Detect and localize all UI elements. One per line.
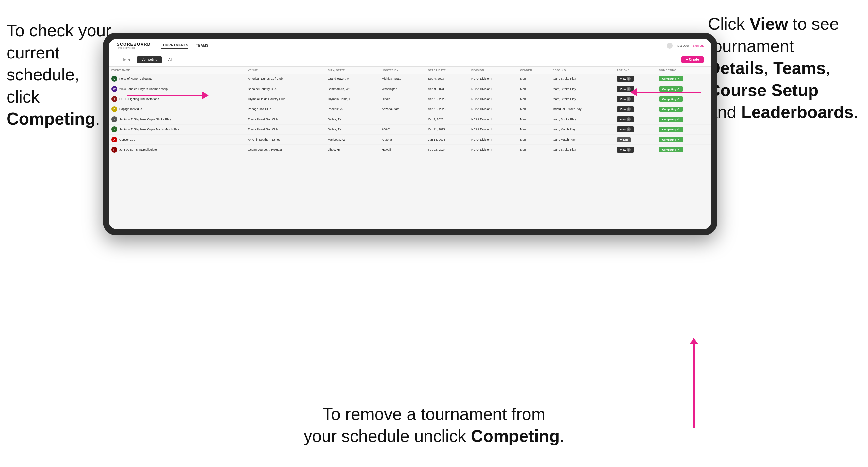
scoring-cell: team, Stroke Play — [550, 114, 614, 125]
user-label: Test User — [677, 44, 689, 48]
scoreboard-brand: SCOREBOARD Powered by clippd — [117, 42, 151, 49]
event-name: OFCC Fighting Illini Invitational — [119, 97, 160, 101]
competing-badge[interactable]: Competing — [659, 127, 683, 132]
scoring-cell: team, Match Play — [550, 135, 614, 145]
competing-badge[interactable]: Competing — [659, 117, 683, 122]
event-name: John A. Burns Intercollegiate — [119, 148, 157, 151]
city-state-cell: Sammamish, WA — [325, 84, 379, 94]
venue-cell: Olympia Fields Country Club — [245, 94, 325, 104]
competing-badge[interactable]: Competing — [659, 86, 683, 92]
scoring-cell: individual, Stroke Play — [550, 104, 614, 114]
event-name: Folds of Honor Collegiate — [119, 77, 153, 81]
col-actions: ACTIONS — [614, 67, 656, 74]
table-row: J Jackson T. Stephens Cup – Stroke Play … — [109, 114, 711, 125]
view-button[interactable]: View i — [617, 116, 634, 122]
view-button[interactable]: View i — [617, 76, 634, 82]
competing-cell: Competing — [656, 135, 711, 145]
event-name-cell: J Jackson T. Stephens Cup – Men's Match … — [109, 125, 245, 135]
left-arrow-line — [127, 95, 203, 96]
col-competing: COMPETING — [656, 67, 711, 74]
tournament-table-container: EVENT NAME VENUE CITY, STATE HOSTED BY S… — [109, 67, 711, 155]
signout-link[interactable]: Sign out — [693, 44, 704, 48]
division-cell: NCAA Division I — [469, 94, 517, 104]
gender-cell: Men — [517, 94, 550, 104]
annotation-top-right: Click View to see tournament Details, Te… — [708, 13, 858, 124]
team-logo: W — [112, 86, 117, 92]
team-logo: J — [112, 116, 117, 122]
competing-badge[interactable]: Competing — [659, 96, 683, 102]
scoring-cell: team, Match Play — [550, 125, 614, 135]
city-state-cell: Dallas, TX — [325, 114, 379, 125]
start-date-cell: Jan 14, 2024 — [426, 135, 469, 145]
competing-cell: Competing — [656, 74, 711, 84]
view-button[interactable]: View i — [617, 96, 634, 102]
division-cell: NCAA Division I — [469, 114, 517, 125]
team-logo: S — [112, 76, 117, 82]
tab-competing[interactable]: Competing — [136, 56, 162, 63]
competing-badge[interactable]: Competing — [659, 76, 683, 82]
col-city-state: CITY, STATE — [325, 67, 379, 74]
edit-button[interactable]: ✏ Edit — [617, 137, 631, 142]
brand-sub: Powered by clippd — [117, 47, 151, 49]
team-logo: A — [112, 136, 117, 143]
city-state-cell: Dallas, TX — [325, 125, 379, 135]
event-name: Copper Cup — [119, 138, 135, 141]
start-date-cell: Sep 15, 2023 — [426, 94, 469, 104]
venue-cell: Ak-Chin Southern Dunes — [245, 135, 325, 145]
gender-cell: Men — [517, 125, 550, 135]
event-name: 2023 Sahalee Players Championship — [119, 87, 168, 91]
event-name-cell: A Copper Cup — [109, 135, 245, 145]
team-logo: J — [112, 126, 117, 132]
table-row: P Papago Individual Papago Golf ClubPhoe… — [109, 104, 711, 114]
actions-cell: View i — [614, 114, 656, 125]
info-icon: i — [627, 107, 631, 111]
nav-links: TOURNAMENTS TEAMS — [161, 42, 209, 49]
brand-title: SCOREBOARD — [117, 42, 151, 46]
bottom-arrow — [693, 343, 695, 428]
city-state-cell: Lihue, HI — [325, 145, 379, 155]
actions-cell: View i — [614, 125, 656, 135]
nav-teams[interactable]: TEAMS — [196, 42, 209, 49]
table-row: A Copper Cup Ak-Chin Southern DunesMaric… — [109, 135, 711, 145]
info-icon: i — [627, 148, 631, 152]
hosted-by-cell: Illinois — [379, 94, 426, 104]
table-row: W 2023 Sahalee Players Championship Saha… — [109, 84, 711, 94]
competing-cell: Competing — [656, 114, 711, 125]
table-body: S Folds of Honor Collegiate American Dun… — [109, 74, 711, 155]
division-cell: NCAA Division I — [469, 84, 517, 94]
create-button[interactable]: + Create — [681, 56, 704, 63]
competing-badge[interactable]: Competing — [659, 137, 683, 142]
table-row: J Jackson T. Stephens Cup – Men's Match … — [109, 125, 711, 135]
scoring-cell: team, Stroke Play — [550, 145, 614, 155]
actions-cell: View i — [614, 74, 656, 84]
city-state-cell: Olympia Fields, IL — [325, 94, 379, 104]
start-date-cell: Oct 9, 2023 — [426, 114, 469, 125]
hosted-by-cell: Michigan State — [379, 74, 426, 84]
tablet-screen: SCOREBOARD Powered by clippd TOURNAMENTS… — [109, 38, 711, 229]
tournament-table: EVENT NAME VENUE CITY, STATE HOSTED BY S… — [109, 67, 711, 155]
view-button[interactable]: View i — [617, 147, 634, 153]
header-right: Test User Sign out — [667, 43, 704, 49]
hosted-by-cell: ABAC — [379, 125, 426, 135]
hosted-by-cell: Hawaii — [379, 145, 426, 155]
info-icon: i — [627, 127, 631, 131]
division-cell: NCAA Division I — [469, 135, 517, 145]
venue-cell: Ocean Course At Hokuala — [245, 145, 325, 155]
info-icon: i — [627, 117, 631, 121]
tab-all[interactable]: All — [163, 56, 177, 63]
view-button[interactable]: View i — [617, 106, 634, 112]
division-cell: NCAA Division I — [469, 145, 517, 155]
competing-cell: Competing — [656, 125, 711, 135]
col-division: DIVISION — [469, 67, 517, 74]
competing-badge[interactable]: Competing — [659, 147, 683, 152]
team-logo: H — [112, 147, 117, 153]
hosted-by-cell: Arizona State — [379, 104, 426, 114]
table-row: H John A. Burns Intercollegiate Ocean Co… — [109, 145, 711, 155]
table-header-row: EVENT NAME VENUE CITY, STATE HOSTED BY S… — [109, 67, 711, 74]
start-date-cell: Feb 15, 2024 — [426, 145, 469, 155]
table-row: S Folds of Honor Collegiate American Dun… — [109, 74, 711, 84]
tab-home[interactable]: Home — [117, 56, 135, 63]
nav-tournaments[interactable]: TOURNAMENTS — [161, 42, 188, 49]
competing-badge[interactable]: Competing — [659, 106, 683, 112]
view-button[interactable]: View i — [617, 126, 634, 132]
